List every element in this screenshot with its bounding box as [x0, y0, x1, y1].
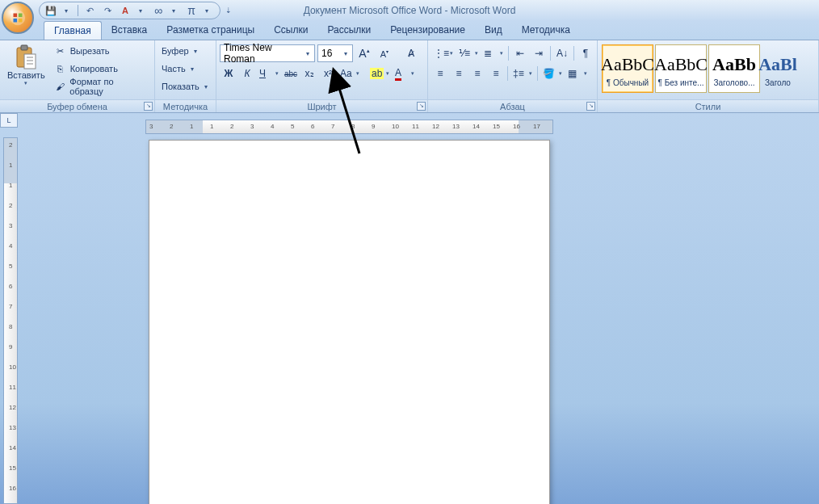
eraser-icon: A̷	[408, 48, 414, 59]
shrink-font-icon: A▾	[380, 48, 388, 59]
numbering-button[interactable]: ⅟≡▾	[456, 44, 481, 62]
highlight-button[interactable]: ab▾	[368, 65, 392, 82]
qat-customize-icon[interactable]: ⇣	[225, 6, 232, 15]
svg-rect-2	[19, 14, 23, 18]
style-heading2[interactable]: AaBl Заголо	[762, 44, 794, 93]
shading-button[interactable]: 🪣▾	[540, 65, 565, 82]
font-style-icon[interactable]: A	[119, 4, 132, 17]
redo-icon[interactable]: ↷	[101, 4, 114, 17]
align-justify-button[interactable]: ≡	[487, 65, 505, 82]
bold-button[interactable]: Ж	[220, 65, 237, 82]
sort-icon: A↓	[556, 48, 568, 59]
shrink-font-button[interactable]: A▾	[376, 44, 393, 62]
font-group-label: Шрифт	[307, 102, 336, 111]
tab-page-layout[interactable]: Разметка страницы	[157, 21, 264, 40]
sort-button[interactable]: A↓	[553, 44, 571, 62]
align-left-icon: ≡	[437, 68, 443, 79]
case-icon: Aa	[340, 68, 352, 79]
svg-rect-3	[14, 19, 18, 23]
tab-methodichka[interactable]: Методичка	[512, 21, 580, 40]
style-dropdown-icon[interactable]: ▾	[134, 4, 147, 17]
cut-button[interactable]: ✂Вырезать	[51, 42, 151, 60]
align-left-button[interactable]: ≡	[431, 65, 449, 82]
font-size-combo[interactable]: 16▾	[317, 44, 353, 62]
font-launcher[interactable]: ↘	[417, 102, 426, 111]
tab-references[interactable]: Ссылки	[264, 21, 317, 40]
numbering-icon: ⅟≡	[459, 48, 470, 59]
style-normal[interactable]: AaBbC ¶ Обычный	[602, 44, 653, 93]
copy-button[interactable]: ⎘Копировать	[51, 60, 151, 78]
bold-icon: Ж	[225, 68, 233, 79]
style-no-spacing[interactable]: AaBbC ¶ Без инте...	[655, 44, 707, 93]
subscript-button[interactable]: x₂	[300, 65, 318, 82]
tab-view[interactable]: Вид	[475, 21, 512, 40]
pi-dropdown-icon[interactable]: ▾	[200, 4, 213, 17]
line-spacing-button[interactable]: ‡≡▾	[510, 65, 535, 82]
font-color-button[interactable]: A▾	[393, 65, 417, 82]
paste-button[interactable]: Вставить ▾	[3, 42, 49, 89]
office-button[interactable]	[2, 2, 34, 34]
tab-selector[interactable]: L	[0, 113, 18, 128]
part-label: Часть	[162, 64, 186, 74]
font-name-combo[interactable]: Times New Roman▾	[220, 44, 315, 62]
grow-font-icon: A▴	[359, 47, 369, 60]
part-button[interactable]: Часть	[158, 60, 211, 78]
svg-rect-7	[24, 54, 36, 69]
horizontal-ruler[interactable]: 3211234567891011121314151617	[145, 120, 553, 134]
align-center-button[interactable]: ≡	[450, 65, 468, 82]
undo-icon[interactable]: ↶	[83, 4, 96, 17]
scissors-icon: ✂	[54, 44, 67, 57]
tab-insert[interactable]: Вставка	[102, 21, 158, 40]
align-justify-icon: ≡	[493, 68, 498, 79]
font-size-value: 16	[321, 48, 341, 59]
clipboard-launcher[interactable]: ↘	[144, 102, 153, 111]
tab-mailings[interactable]: Рассылки	[317, 21, 380, 40]
document-page[interactable]	[149, 140, 550, 504]
format-painter-button[interactable]: 🖌Формат по образцу	[51, 78, 151, 95]
pilcrow-button[interactable]: ¶	[577, 44, 594, 62]
chevron-down-icon: ▾	[341, 50, 351, 57]
buffer-button[interactable]: Буфер	[158, 42, 211, 60]
grow-font-button[interactable]: A▴	[355, 44, 373, 62]
svg-rect-4	[19, 19, 23, 23]
align-center-icon: ≡	[456, 68, 461, 79]
style-heading1[interactable]: AaBb Заголово...	[708, 44, 760, 93]
para-launcher[interactable]: ↘	[586, 102, 595, 111]
vertical-ruler[interactable]: 211234567891011121314151617	[3, 137, 18, 504]
tab-home[interactable]: Главная	[44, 21, 102, 40]
underline-button[interactable]: Ч▾	[257, 65, 281, 82]
paste-dropdown-icon[interactable]: ▾	[24, 80, 27, 86]
multilevel-button[interactable]: ≣▾	[481, 44, 506, 62]
style-label: ¶ Без инте...	[658, 78, 704, 87]
pi-icon[interactable]: π	[185, 4, 198, 17]
ribbon: Вставить ▾ ✂Вырезать ⎘Копировать 🖌Формат…	[0, 40, 819, 113]
bullets-icon: ⋮≡	[434, 48, 449, 59]
show-button[interactable]: Показать	[158, 78, 211, 95]
dedent-button[interactable]: ⇤	[511, 44, 529, 62]
style-label: Заголово...	[714, 78, 755, 87]
para-group-label: Абзац	[500, 102, 525, 111]
paste-icon	[13, 44, 39, 70]
align-right-icon: ≡	[474, 68, 480, 79]
italic-button[interactable]: К	[238, 65, 256, 82]
pilcrow-icon: ¶	[583, 48, 588, 59]
border-button[interactable]: ▦▾	[565, 65, 590, 82]
indent-button[interactable]: ⇥	[530, 44, 548, 62]
svg-rect-1	[14, 14, 18, 18]
change-case-button[interactable]: Aa▾	[338, 65, 362, 82]
strike-icon: abc	[284, 69, 297, 78]
chevron-down-icon: ▾	[275, 70, 279, 77]
bullets-button[interactable]: ⋮≡▾	[431, 44, 456, 62]
italic-icon: К	[244, 68, 250, 79]
tab-review[interactable]: Рецензирование	[380, 21, 475, 40]
copy-icon: ⎘	[54, 62, 67, 75]
superscript-button[interactable]: x²	[319, 65, 337, 82]
infinity-dropdown-icon[interactable]: ▾	[167, 4, 180, 17]
strike-button[interactable]: abc	[282, 65, 300, 82]
align-right-button[interactable]: ≡	[468, 65, 486, 82]
brush-icon: 🖌	[54, 80, 67, 93]
save-dropdown-icon[interactable]: ▾	[60, 4, 73, 17]
clear-format-button[interactable]: A̷	[402, 44, 420, 62]
save-icon[interactable]: 💾	[44, 4, 57, 17]
infinity-icon[interactable]: ∞	[152, 4, 165, 17]
